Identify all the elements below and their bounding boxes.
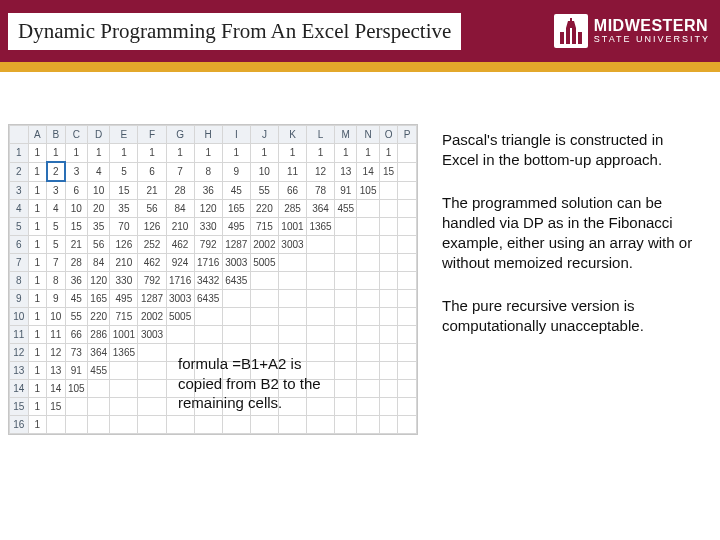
cell: 330 <box>194 218 222 236</box>
table-row: 2123456789101112131415 <box>10 162 417 181</box>
cell: 1 <box>138 144 166 163</box>
cell <box>398 326 417 344</box>
paragraph-3: The pure recursive version is computatio… <box>442 296 702 337</box>
cell <box>379 344 398 362</box>
cell <box>307 326 335 344</box>
cell: 1 <box>166 144 194 163</box>
cell <box>194 416 222 434</box>
cell: 1 <box>28 236 47 254</box>
cell: 455 <box>88 362 110 380</box>
cell: 3003 <box>138 326 166 344</box>
paragraph-1: Pascal's triangle is constructed in Exce… <box>442 130 702 171</box>
cell: 91 <box>335 181 357 200</box>
cell <box>250 326 278 344</box>
cell <box>357 380 379 398</box>
cell: 1365 <box>307 218 335 236</box>
cell <box>357 398 379 416</box>
col-header: B <box>47 126 66 144</box>
cell <box>222 326 250 344</box>
col-header: A <box>28 126 47 144</box>
col-header: H <box>194 126 222 144</box>
cell <box>357 218 379 236</box>
cell <box>335 290 357 308</box>
cell: 12 <box>307 162 335 181</box>
cell: 28 <box>65 254 87 272</box>
cell: 1 <box>28 254 47 272</box>
cell: 924 <box>166 254 194 272</box>
cell <box>194 326 222 344</box>
row-header: 5 <box>10 218 29 236</box>
page-title: Dynamic Programming From An Excel Perspe… <box>8 13 461 50</box>
header-row: ABCDEFGHIJKLMNOP <box>10 126 417 144</box>
cell: 792 <box>194 236 222 254</box>
cell: 13 <box>335 162 357 181</box>
cell: 14 <box>357 162 379 181</box>
cell <box>88 416 110 434</box>
cell: 10 <box>65 200 87 218</box>
cell <box>88 398 110 416</box>
cell: 1001 <box>278 218 306 236</box>
row-header: 6 <box>10 236 29 254</box>
cell <box>335 326 357 344</box>
svg-rect-0 <box>560 32 564 44</box>
table-row: 1111111111111111 <box>10 144 417 163</box>
cell: 1 <box>28 326 47 344</box>
cell: 126 <box>138 218 166 236</box>
cell: 55 <box>65 308 87 326</box>
cell <box>335 416 357 434</box>
logo-building-icon <box>554 14 588 48</box>
cell: 1365 <box>110 344 138 362</box>
cell: 7 <box>47 254 66 272</box>
logo-main-text: MIDWESTERN <box>594 17 710 35</box>
cell: 55 <box>250 181 278 200</box>
accent-bar <box>0 62 720 72</box>
cell: 6435 <box>222 272 250 290</box>
row-header: 1 <box>10 144 29 163</box>
cell: 10 <box>47 308 66 326</box>
table-row: 101105522071520025005 <box>10 308 417 326</box>
cell <box>379 380 398 398</box>
cell: 56 <box>88 236 110 254</box>
cell: 495 <box>222 218 250 236</box>
cell <box>379 254 398 272</box>
cell <box>357 236 379 254</box>
cell: 5 <box>47 218 66 236</box>
cell <box>278 416 306 434</box>
cell: 1 <box>28 380 47 398</box>
row-header: 9 <box>10 290 29 308</box>
cell <box>307 416 335 434</box>
cell <box>379 272 398 290</box>
cell: 28 <box>166 181 194 200</box>
cell <box>357 272 379 290</box>
cell: 1 <box>28 290 47 308</box>
cell: 1 <box>28 416 47 434</box>
cell: 286 <box>88 326 110 344</box>
cell <box>379 398 398 416</box>
svg-rect-2 <box>572 28 576 44</box>
left-column: ABCDEFGHIJKLMNOP 11111111111111112123456… <box>8 124 418 435</box>
svg-rect-5 <box>570 18 572 22</box>
cell: 91 <box>65 362 87 380</box>
cell: 70 <box>110 218 138 236</box>
cell <box>379 236 398 254</box>
cell <box>278 272 306 290</box>
row-header: 13 <box>10 362 29 380</box>
cell <box>166 326 194 344</box>
cell <box>278 308 306 326</box>
cell: 1 <box>28 218 47 236</box>
cell <box>398 218 417 236</box>
cell: 6435 <box>194 290 222 308</box>
cell <box>47 416 66 434</box>
cell <box>110 398 138 416</box>
cell <box>398 290 417 308</box>
cell: 105 <box>65 380 87 398</box>
cell <box>250 416 278 434</box>
cell <box>398 144 417 163</box>
cell: 165 <box>88 290 110 308</box>
row-header: 10 <box>10 308 29 326</box>
svg-rect-3 <box>578 32 582 44</box>
row-header: 12 <box>10 344 29 362</box>
cell: 1 <box>110 144 138 163</box>
cell <box>278 326 306 344</box>
col-header: K <box>278 126 306 144</box>
